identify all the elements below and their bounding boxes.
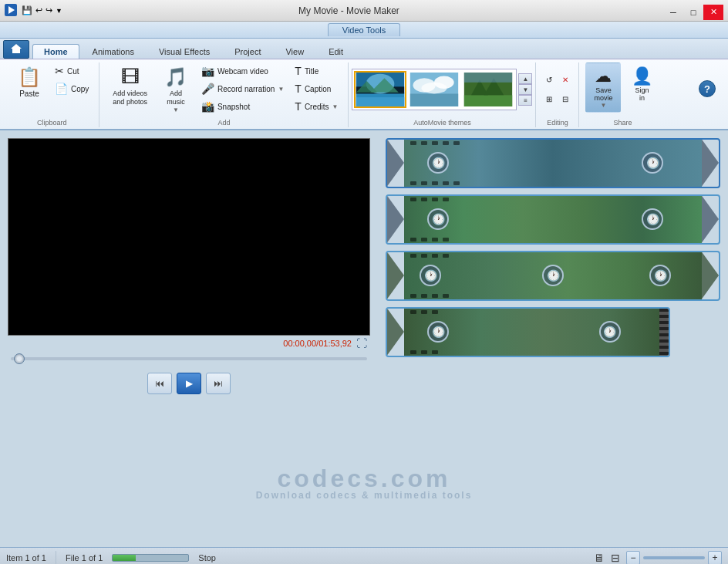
credits-button[interactable]: T Credits ▼: [291, 98, 342, 115]
svg-point-14: [422, 83, 447, 94]
video-tools-label[interactable]: Video Tools: [328, 23, 400, 36]
record-narration-button[interactable]: 🎤 Record narration ▼: [197, 80, 288, 97]
tab-view[interactable]: View: [274, 44, 315, 59]
automovie-content: ▲ ▼ ≡: [352, 62, 532, 117]
svg-rect-16: [464, 96, 512, 107]
qa-dropdown[interactable]: ▼: [56, 7, 62, 15]
clock-icon-1b: 🕐: [642, 152, 663, 174]
theme-scroll-up[interactable]: ▲: [518, 73, 532, 84]
rotate-left-icon: ↺: [546, 76, 552, 84]
progress-bar: [112, 554, 189, 562]
tab-project[interactable]: Project: [223, 44, 272, 59]
timeline-row-3[interactable]: 🕐 🕐 🕐: [386, 251, 720, 301]
snapshot-button[interactable]: 📸 Snapshot: [197, 98, 288, 115]
arrow-right-1: [702, 140, 719, 187]
tab-home-btn[interactable]: [3, 40, 29, 59]
group-automovie: ▲ ▼ ≡ AutoMovie themes: [349, 62, 536, 127]
add-music-button[interactable]: 🎵 Addmusic ▼: [157, 62, 194, 117]
user-icon: 👤: [632, 66, 652, 86]
microphone-icon: 🎤: [201, 83, 214, 95]
clock-icon-3a: 🕐: [420, 265, 441, 286]
title-icon: T: [295, 65, 302, 77]
clipboard-content: 📋 Paste ✂ Cut 📄 Copy: [11, 62, 93, 117]
webcam-button[interactable]: 📷 Webcam video: [197, 62, 288, 79]
add-videos-button[interactable]: 🎞 Add videosand photos: [106, 62, 154, 110]
scrubber-track[interactable]: [11, 357, 367, 360]
time-row: 00:00,00/01:53,92 ⛶: [8, 336, 370, 351]
main-area: 00:00,00/01:53,92 ⛶ ⏮ ▶ ⏭: [0, 130, 728, 547]
qa-save[interactable]: 💾: [22, 5, 32, 15]
tab-home[interactable]: Home: [32, 44, 79, 59]
status-right: 🖥 ⊟ − +: [594, 551, 722, 564]
rotate-right-button[interactable]: ✕: [558, 73, 572, 86]
theme-scroll-down[interactable]: ▼: [518, 84, 532, 95]
group-share: ☁ Savemovie ▼ 👤 Signin Share: [579, 62, 666, 127]
ribbon-content: 📋 Paste ✂ Cut 📄 Copy Clipboard: [0, 59, 728, 129]
copy-button[interactable]: 📄 Copy: [51, 80, 93, 97]
tab-visual-effects[interactable]: Visual Effects: [147, 44, 221, 59]
progress-fill: [113, 555, 135, 561]
clock-icon-1a: 🕐: [427, 152, 449, 174]
credits-dropdown-arrow: ▼: [332, 103, 339, 110]
automovie-label: AutoMovie themes: [352, 117, 532, 127]
scrubber[interactable]: [8, 353, 370, 365]
sign-in-button[interactable]: 👤 Signin: [624, 62, 659, 106]
paste-button[interactable]: 📋 Paste: [11, 62, 48, 102]
timeline-row-2[interactable]: 🕐 🕐: [386, 194, 720, 245]
title-button[interactable]: T Title: [291, 62, 342, 79]
editing-buttons-row2: ⊞ ⊟: [542, 93, 572, 106]
zoom-slider[interactable]: [643, 556, 705, 559]
caption-button[interactable]: T Caption: [291, 80, 342, 97]
group-clipboard: 📋 Paste ✂ Cut 📄 Copy Clipboard: [5, 62, 99, 127]
theme-item-2[interactable]: [408, 71, 460, 108]
app-icon: [5, 4, 17, 18]
split-button[interactable]: ⊞: [542, 93, 556, 106]
themes-container: ▲ ▼ ≡: [352, 69, 532, 110]
svg-rect-7: [356, 97, 404, 106]
status-icon-2[interactable]: ⊟: [611, 552, 620, 564]
svg-rect-11: [410, 94, 458, 107]
play-button[interactable]: ▶: [177, 373, 201, 394]
add-content: 🎞 Add videosand photos 🎵 Addmusic ▼ 📷 We…: [106, 62, 342, 117]
time-display: 00:00,00/01:53,92: [283, 339, 352, 348]
qa-redo[interactable]: ↪: [46, 5, 52, 15]
timeline-row-4[interactable]: 🕐 🕐: [386, 307, 670, 357]
save-movie-dropdown-arrow: ▼: [601, 102, 607, 109]
stop-button[interactable]: Stop: [198, 553, 216, 562]
tab-row: Home Animations Visual Effects Project V…: [0, 39, 728, 59]
qa-undo[interactable]: ↩: [35, 5, 42, 15]
timeline-row-1[interactable]: 🕐 🕐: [386, 138, 720, 188]
svg-rect-19: [464, 73, 512, 83]
tab-animations[interactable]: Animations: [81, 44, 146, 59]
editing-label: Editing: [542, 117, 572, 127]
zoom-in-button[interactable]: +: [708, 551, 722, 564]
zoom-out-button[interactable]: −: [626, 551, 640, 564]
arrow-right-2: [702, 196, 719, 243]
status-separator-1: [56, 551, 56, 564]
frames-2: 🕐 🕐: [404, 196, 702, 243]
theme-item-3[interactable]: [462, 71, 514, 108]
cut-copy-group: ✂ Cut 📄 Copy: [51, 62, 93, 97]
theme-scroll: ▲ ▼ ≡: [518, 73, 532, 106]
help-button[interactable]: ?: [699, 80, 716, 97]
rotate-left-button[interactable]: ↺: [542, 73, 556, 86]
preview-screen: [8, 138, 370, 336]
minimize-button[interactable]: ─: [663, 5, 683, 20]
maximize-button[interactable]: □: [683, 5, 703, 20]
app-title: My Movie - Movie Maker: [66, 5, 632, 16]
screen-icon[interactable]: 🖥: [594, 552, 605, 564]
tab-edit[interactable]: Edit: [317, 44, 355, 59]
theme-scroll-more[interactable]: ≡: [518, 95, 532, 106]
rewind-button[interactable]: ⏮: [147, 373, 172, 394]
item-count: Item 1 of 1: [6, 553, 46, 562]
scrubber-thumb[interactable]: [14, 353, 25, 364]
trim-button[interactable]: ⊟: [558, 93, 572, 106]
save-movie-button[interactable]: ☁ Savemovie ▼: [585, 62, 621, 113]
next-frame-button[interactable]: ⏭: [206, 373, 231, 394]
theme-item-1[interactable]: [354, 71, 406, 108]
file-count: File 1 of 1: [66, 553, 103, 562]
close-button[interactable]: ✕: [703, 5, 723, 20]
cut-button[interactable]: ✂ Cut: [51, 62, 93, 79]
share-content: ☁ Savemovie ▼ 👤 Signin: [585, 62, 659, 117]
fullscreen-icon[interactable]: ⛶: [356, 337, 367, 350]
